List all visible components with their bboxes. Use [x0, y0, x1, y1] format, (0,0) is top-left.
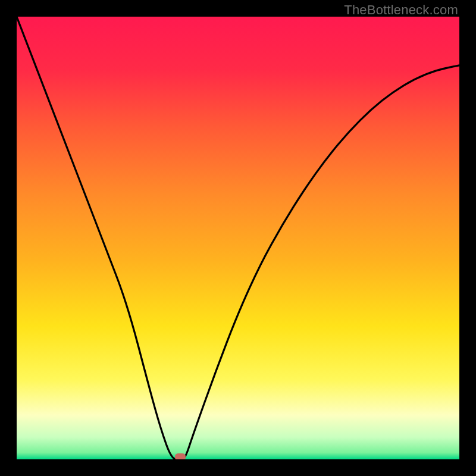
chart-frame: TheBottleneck.com: [0, 0, 476, 476]
plot-area: [17, 17, 459, 459]
optimal-point-marker: [175, 453, 186, 459]
watermark-text: TheBottleneck.com: [344, 2, 458, 18]
bottleneck-curve: [17, 17, 459, 459]
